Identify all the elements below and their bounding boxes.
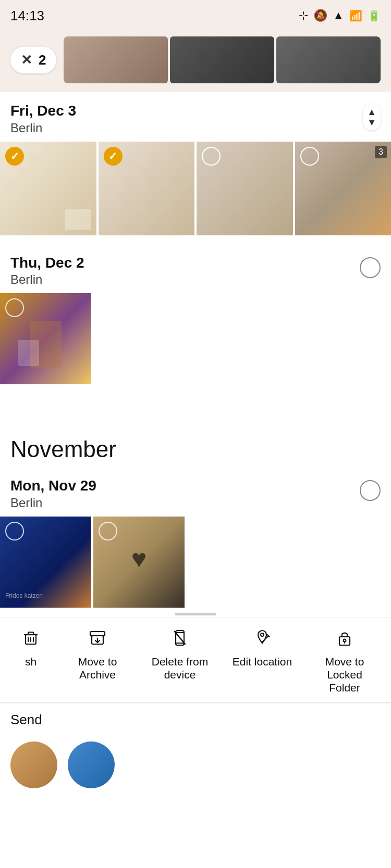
dec2-date: Thu, Dec 2	[10, 254, 84, 272]
action-delete-device[interactable]: Delete fromdevice	[149, 628, 211, 681]
status-time: 14:13	[10, 8, 44, 24]
send-section: Send	[0, 703, 391, 733]
svg-rect-6	[90, 632, 105, 636]
photo-badge: 3	[375, 146, 387, 158]
send-avatars	[0, 733, 391, 794]
november-heading: November	[0, 416, 391, 467]
svg-line-16	[263, 640, 264, 641]
svg-rect-2	[28, 632, 33, 635]
delete-device-icon	[170, 628, 189, 650]
spacer-before-november	[0, 384, 391, 416]
scroll-indicator	[0, 608, 391, 618]
selected-badge[interactable]: ✕ 2	[10, 47, 56, 73]
nov29-photo-2[interactable]: ♥	[93, 517, 185, 608]
section-header-dec3: Fri, Dec 3 Berlin ▲ ▼	[0, 92, 391, 137]
dec3-photo-grid: 3	[0, 137, 391, 235]
battery-icon: 🔋	[368, 9, 381, 22]
top-strip-photo-1	[64, 36, 168, 83]
section-header-dec2: Thu, Dec 2 Berlin	[0, 244, 391, 290]
wifi-icon: ▲	[333, 9, 344, 22]
action-archive[interactable]: Move toArchive	[66, 628, 129, 681]
action-edit-location[interactable]: Edit location	[231, 628, 294, 668]
close-icon[interactable]: ✕	[21, 52, 32, 68]
archive-label: Move toArchive	[78, 655, 117, 681]
status-bar: 14:13 ⊹ 🔕 ▲ 📶 🔋	[0, 0, 391, 31]
edit-location-label: Edit location	[233, 655, 292, 668]
nov29-location: Berlin	[10, 496, 96, 510]
nov29-date: Mon, Nov 29	[10, 477, 96, 495]
photo-text: Fridos katzen	[5, 592, 43, 599]
locked-folder-label: Move toLockedFolder	[325, 655, 364, 695]
delete-device-label: Delete fromdevice	[152, 655, 209, 681]
dec3-select-2[interactable]	[104, 147, 123, 166]
send-avatar-1[interactable]	[10, 741, 57, 788]
dec2-photo-1[interactable]	[0, 293, 91, 384]
bluetooth-icon: ⊹	[299, 9, 308, 22]
nov29-photo-grid: Fridos katzen ♥	[0, 512, 391, 608]
dec3-photo-1[interactable]	[0, 142, 96, 235]
send-label: Send	[10, 712, 42, 727]
mute-icon: 🔕	[313, 9, 327, 22]
scroll-down-arrow[interactable]: ▼	[367, 118, 376, 127]
dec3-photo-2[interactable]	[99, 142, 195, 235]
top-bar: ✕ 2	[0, 31, 391, 92]
edit-location-icon	[253, 628, 272, 650]
top-strip-photo-3	[276, 36, 381, 83]
action-bar: sh Move toArchive Delete fromdevice	[0, 618, 391, 703]
action-trash[interactable]: sh	[15, 628, 46, 668]
dec2-select-all[interactable]	[360, 257, 381, 278]
send-avatar-2[interactable]	[68, 741, 115, 788]
svg-point-13	[261, 633, 264, 636]
scroll-arrows[interactable]: ▲ ▼	[363, 104, 381, 130]
scroll-up-arrow[interactable]: ▲	[367, 107, 376, 117]
dec2-location: Berlin	[10, 272, 84, 287]
scroll-bar	[175, 613, 216, 615]
trash-icon	[21, 628, 40, 650]
archive-icon	[88, 628, 107, 650]
trash-label: sh	[25, 655, 36, 668]
svg-rect-17	[339, 637, 350, 645]
dec3-select-3[interactable]	[202, 147, 221, 166]
top-strip-photo-2	[170, 36, 274, 83]
section-header-nov29: Mon, Nov 29 Berlin	[0, 467, 391, 512]
action-locked-folder[interactable]: Move toLockedFolder	[313, 628, 376, 695]
dec2-photo-row	[0, 289, 391, 384]
heart-decor: ♥	[131, 544, 147, 574]
selected-count: 2	[39, 52, 46, 68]
nov29-select-2[interactable]	[99, 522, 117, 540]
locked-folder-icon	[335, 628, 354, 650]
dec2-select-1[interactable]	[5, 298, 24, 317]
status-icons: ⊹ 🔕 ▲ 📶 🔋	[299, 9, 381, 22]
dec3-location: Berlin	[10, 121, 76, 135]
nov29-photo-1[interactable]: Fridos katzen	[0, 517, 91, 608]
dec3-photo-4[interactable]: 3	[295, 142, 392, 235]
dec3-date: Fri, Dec 3	[10, 102, 76, 120]
dec3-photo-3[interactable]	[197, 142, 293, 235]
dec3-select-1[interactable]	[5, 147, 24, 166]
dec3-select-4[interactable]	[300, 147, 319, 166]
signal-icon: 📶	[349, 9, 362, 22]
nov29-select-all[interactable]	[360, 480, 381, 501]
nov29-select-1[interactable]	[5, 522, 24, 540]
